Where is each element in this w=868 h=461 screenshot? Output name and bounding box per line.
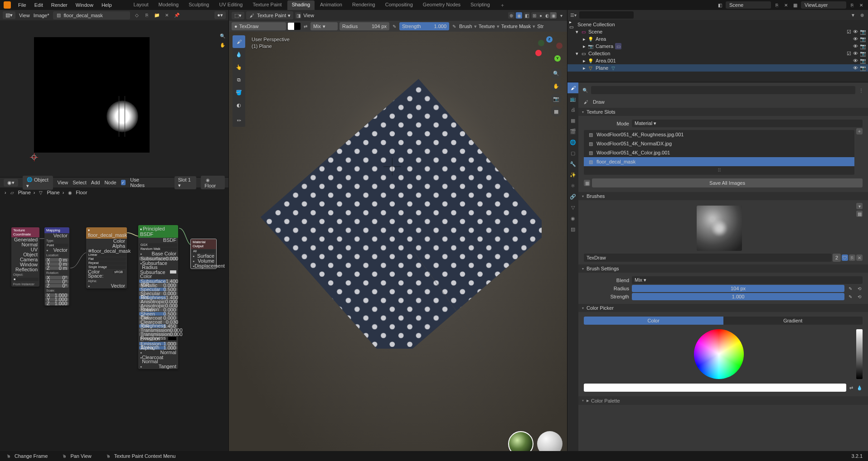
- fake-user-icon[interactable]: 🛡: [842, 255, 848, 261]
- color-sample-icon[interactable]: 💧: [856, 384, 863, 391]
- ccnormal-input[interactable]: ● Clearcoat Normal: [138, 355, 178, 364]
- disable-toggle-icon[interactable]: 📷: [860, 29, 866, 35]
- image-field[interactable]: ▨ floor_decal_mask: [87, 249, 126, 253]
- menu-edit[interactable]: Edit: [31, 1, 47, 9]
- texture-slot-item[interactable]: ▨WoodFloor051_4K_NormalDX.jpg: [584, 139, 854, 148]
- texture-slot-item[interactable]: ▨WoodFloor051_4K_Roughness.jpg.001: [584, 130, 854, 139]
- viewlayer-selector[interactable]: ViewLayer: [801, 1, 846, 9]
- subsurfcol-input[interactable]: Subsurface Color: [138, 270, 178, 279]
- rot-z[interactable]: Z0°: [45, 284, 68, 288]
- primary-color-swatch[interactable]: [584, 384, 846, 392]
- tab-geometry-nodes[interactable]: Geometry Nodes: [418, 0, 465, 10]
- node-texture-coordinate[interactable]: Texture Coordinate Generated Normal UV O…: [11, 227, 39, 287]
- matprev-shading-icon[interactable]: ◐: [544, 12, 550, 19]
- modifier-tab[interactable]: 🔧: [567, 158, 578, 169]
- disp-input[interactable]: ● Displacement: [191, 264, 216, 269]
- active-tool-tab[interactable]: 🖌: [567, 82, 578, 93]
- camera-view-icon[interactable]: 📷: [551, 93, 562, 104]
- brush-selector[interactable]: ● TexDraw: [232, 22, 286, 30]
- editor-type-dropdown[interactable]: ⬚▾: [232, 12, 244, 19]
- linked-icon[interactable]: ◇: [134, 12, 140, 19]
- subsurfrad-input[interactable]: ● Subsurface Radius: [138, 261, 178, 270]
- display-channels-dropdown[interactable]: ●▾: [214, 11, 226, 19]
- node-menu-view[interactable]: View: [58, 180, 68, 185]
- disable-toggle-icon[interactable]: 📷: [860, 51, 866, 57]
- brush-presets-icon[interactable]: ▾: [856, 203, 863, 209]
- brush-options-icon[interactable]: ▦: [856, 211, 863, 217]
- hide-toggle[interactable]: 👁: [853, 29, 858, 35]
- tab-rendering[interactable]: Rendering: [348, 0, 380, 10]
- interp-dropdown[interactable]: Linear: [87, 253, 126, 257]
- vector-input[interactable]: ● Vector: [44, 248, 69, 253]
- texture-mask-menu[interactable]: Texture Mask: [501, 24, 531, 29]
- image-menu-image[interactable]: Image*: [34, 13, 49, 18]
- scale-z[interactable]: Z1.000: [45, 302, 68, 305]
- scene-selector[interactable]: Scene: [726, 1, 771, 9]
- hide-toggle[interactable]: 👁: [853, 58, 858, 64]
- exclude-toggle[interactable]: ☑: [847, 29, 851, 35]
- stroke-menu[interactable]: Str: [537, 24, 543, 29]
- move-gizmo-icon[interactable]: ✋: [551, 81, 562, 91]
- image-name-field[interactable]: ▨ floor_decal_mask: [53, 11, 130, 19]
- outliner-row-area001[interactable]: ▸💡 Area.001 👁📷: [567, 57, 868, 64]
- hide-toggle[interactable]: 👁: [853, 43, 858, 49]
- type-dropdown[interactable]: Point: [45, 244, 68, 247]
- color-tab[interactable]: Color: [584, 317, 723, 325]
- clone-tool[interactable]: ⧉: [233, 73, 245, 86]
- disable-toggle-icon[interactable]: 📷: [860, 65, 866, 71]
- new-collection-icon[interactable]: ⊕: [859, 12, 865, 18]
- brush-menu[interactable]: Brush: [459, 24, 472, 29]
- from-instancer-check[interactable]: From Instancer: [11, 282, 39, 287]
- gizmo-toggle-icon[interactable]: ⊕: [508, 12, 514, 19]
- slot-selector[interactable]: Slot 1 ▾: [175, 176, 197, 189]
- unlink-image-icon[interactable]: ✕: [164, 12, 170, 19]
- color-wheel[interactable]: [694, 329, 744, 379]
- outliner-row-camera[interactable]: ▸📷 Camera ▭ 👁📷: [567, 43, 868, 50]
- radius-pressure-icon[interactable]: ✎: [391, 23, 398, 29]
- subsurface-slider[interactable]: Subsurface0.000: [139, 257, 177, 260]
- tab-compositing[interactable]: Compositing: [381, 0, 417, 10]
- hide-toggle[interactable]: 👁: [853, 51, 858, 57]
- socket-output[interactable]: Vector: [44, 233, 69, 238]
- source-dropdown[interactable]: Single Image: [87, 265, 126, 269]
- zoom-gizmo-icon[interactable]: 🔍: [551, 68, 562, 79]
- breadcrumb-material[interactable]: Floor: [76, 190, 87, 195]
- socket-output[interactable]: Reflection: [11, 267, 39, 272]
- proj-dropdown[interactable]: Flat: [87, 257, 126, 261]
- transrough-slider[interactable]: Transmission Roughness0.000: [139, 332, 177, 336]
- viewport-body[interactable]: 🖌 💧 👆 ⧉ 🪣 ◐ ✏ User Perspective (1) Plane: [229, 32, 567, 461]
- shading-options-icon[interactable]: ▾: [558, 12, 564, 19]
- xray-toggle-icon[interactable]: ◧: [524, 12, 530, 19]
- node-material-output[interactable]: Material Output All ● Surface ● Volume ●…: [190, 239, 217, 269]
- tab-sculpting[interactable]: Sculpting: [184, 0, 213, 10]
- use-nodes-checkbox[interactable]: ✓: [121, 180, 126, 185]
- tab-texture-paint[interactable]: Texture Paint: [248, 0, 286, 10]
- neg-x-axis-icon[interactable]: [556, 43, 563, 49]
- scene-new-icon[interactable]: ⎘: [774, 2, 780, 8]
- node-menu-select[interactable]: Select: [73, 180, 87, 185]
- material-selector[interactable]: ◉ Floor: [201, 176, 225, 189]
- node-mapping[interactable]: Mapping Vector Type: Point ● Vector Loca…: [44, 227, 69, 306]
- paint-mask-icon[interactable]: ◨: [295, 12, 301, 19]
- viewlayer-delete-icon[interactable]: ✕: [858, 2, 864, 8]
- node-menu-add[interactable]: Add: [91, 180, 100, 185]
- outliner-row-scene[interactable]: ▾▭ Scene ☑👁📷: [567, 28, 868, 35]
- swap-colors-icon[interactable]: ⇄: [302, 23, 309, 29]
- dist-dropdown[interactable]: GGX: [139, 243, 177, 247]
- target-dropdown[interactable]: All: [192, 250, 215, 253]
- value-slider[interactable]: [856, 329, 863, 379]
- outliner-search[interactable]: [579, 11, 634, 19]
- scene-delete-icon[interactable]: ✕: [783, 2, 789, 8]
- particle-tab[interactable]: ✨: [567, 169, 578, 180]
- outliner-row-area[interactable]: ▸💡 Area 👁📷: [567, 35, 868, 43]
- data-tab[interactable]: ▽: [567, 202, 578, 213]
- draw-tool[interactable]: 🖌: [233, 35, 245, 48]
- smear-tool[interactable]: 👆: [233, 61, 245, 73]
- add-workspace-button[interactable]: ＋: [495, 0, 509, 10]
- object-tab[interactable]: ▢: [567, 148, 578, 158]
- strength-unit-icon[interactable]: ⟲: [856, 293, 863, 300]
- open-image-icon[interactable]: 📁: [154, 12, 160, 19]
- brush-name-field[interactable]: TexDraw: [584, 254, 832, 262]
- pin-icon[interactable]: 📌: [174, 12, 180, 19]
- strength-pressure-icon[interactable]: ✎: [451, 23, 457, 29]
